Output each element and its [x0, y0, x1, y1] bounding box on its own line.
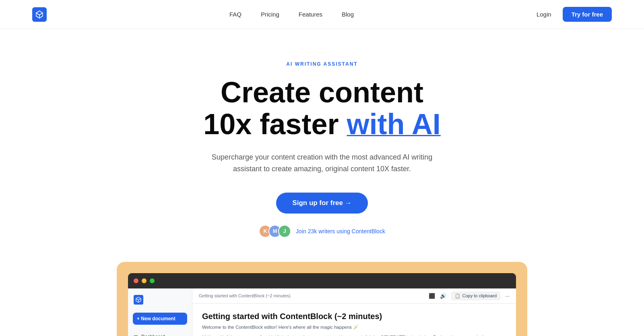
cube-topbar-icon[interactable]: ⬛ [429, 293, 435, 299]
app-screenshot-wrap: + New document ⊞ Dashboard 📄 Documents 🌐… [117, 262, 527, 336]
more-options-icon[interactable]: ··· [505, 293, 510, 299]
doc-intro: Welcome to the ContentBlock editor! Here… [202, 324, 506, 330]
new-document-button[interactable]: + New document [133, 313, 187, 325]
app-window: + New document ⊞ Dashboard 📄 Documents 🌐… [128, 273, 516, 336]
login-link[interactable]: Login [537, 11, 551, 18]
hero-heading: Create content 10x faster with AI [203, 77, 441, 140]
sidebar-logo-icon [134, 295, 143, 305]
doc-title: Getting started with ContentBlock (~2 mi… [202, 312, 506, 321]
signup-button[interactable]: Sign up for free → [276, 193, 367, 214]
dashboard-icon: ⊞ [134, 334, 138, 336]
content-topbar: Getting started with ContentBlock (~2 mi… [192, 288, 516, 304]
nav-pricing[interactable]: Pricing [261, 11, 279, 18]
nav-right: Login Try for free [537, 7, 612, 22]
avatar-3: J [278, 225, 291, 238]
window-titlebar [128, 273, 516, 288]
app-sidebar: + New document ⊞ Dashboard 📄 Documents 🌐… [128, 288, 192, 336]
try-free-button[interactable]: Try for free [563, 7, 612, 22]
topbar-right: ⬛ 🔊 📋 Copy to clipboard ··· [429, 292, 510, 300]
window-body: + New document ⊞ Dashboard 📄 Documents 🌐… [128, 288, 516, 336]
doc-paragraph-1: Writing with AI is super easy. Just high… [202, 334, 506, 336]
hero-badge: AI WRITING ASSISTANT [286, 61, 357, 67]
logo-cube-icon [32, 7, 47, 22]
hero-heading-line2-plain: 10x faster [203, 108, 347, 140]
hero-section: AI WRITING ASSISTANT Create content 10x … [0, 29, 644, 262]
svg-rect-0 [32, 7, 47, 22]
hero-heading-ai: with AI [347, 108, 440, 140]
nav-faq[interactable]: FAQ [229, 11, 242, 18]
sidebar-logo [128, 295, 192, 311]
hero-heading-line1: Create content [221, 76, 423, 108]
nav-blog[interactable]: Blog [342, 11, 354, 18]
speaker-icon[interactable]: 🔊 [440, 293, 446, 299]
topbar-doc-title: Getting started with ContentBlock (~2 mi… [199, 293, 291, 298]
window-maximize-dot [150, 278, 155, 283]
hero-social-proof: K M J Join 23k writers using ContentBloc… [259, 225, 385, 238]
document-body: Getting started with ContentBlock (~2 mi… [192, 304, 516, 336]
social-text: Join 23k writers using ContentBlock [296, 228, 385, 234]
app-main-content: Getting started with ContentBlock (~2 mi… [192, 288, 516, 336]
copy-btn-label: Copy to clipboard [462, 293, 497, 298]
logo[interactable] [32, 7, 47, 22]
window-minimize-dot [142, 278, 147, 283]
navbar: FAQ Pricing Features Blog Login Try for … [0, 0, 644, 29]
sidebar-item-dashboard[interactable]: ⊞ Dashboard [128, 331, 192, 336]
topbar-left: Getting started with ContentBlock (~2 mi… [199, 293, 291, 298]
sidebar-label-dashboard: Dashboard [141, 334, 165, 336]
screenshot-section: + New document ⊞ Dashboard 📄 Documents 🌐… [0, 262, 644, 336]
hero-subtext: Supercharge your content creation with t… [209, 151, 435, 175]
window-close-dot [134, 278, 138, 283]
avatar-group: K M J [259, 225, 291, 238]
copy-to-clipboard-button[interactable]: 📋 Copy to clipboard [451, 292, 501, 300]
nav-links: FAQ Pricing Features Blog [229, 11, 354, 18]
nav-features[interactable]: Features [299, 11, 322, 18]
copy-icon: 📋 [455, 293, 460, 299]
